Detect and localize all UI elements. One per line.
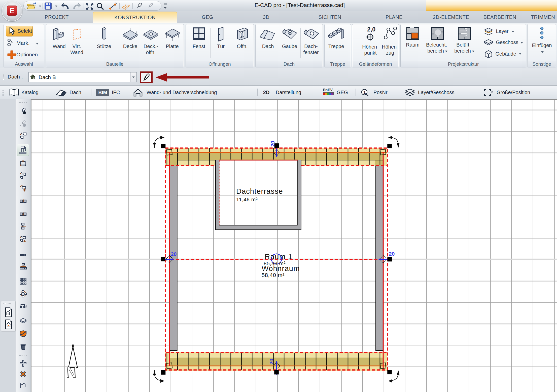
svg-text:Dachterrasse: Dachterrasse <box>236 187 283 195</box>
svg-text:20: 20 <box>268 359 274 365</box>
svg-text:58,40 m²: 58,40 m² <box>262 272 285 278</box>
svg-text:20: 20 <box>389 251 395 257</box>
svg-text:2,0: 2,0 <box>367 26 375 33</box>
svg-text:1: 1 <box>363 90 366 95</box>
svg-text:Raum 1: Raum 1 <box>265 253 293 261</box>
svg-text:20: 20 <box>270 141 275 147</box>
svg-text:11,46 m²: 11,46 m² <box>236 197 258 202</box>
svg-text:20: 20 <box>171 251 177 257</box>
svg-text:N: N <box>66 364 77 380</box>
svg-text:Wohnraum: Wohnraum <box>262 264 300 272</box>
